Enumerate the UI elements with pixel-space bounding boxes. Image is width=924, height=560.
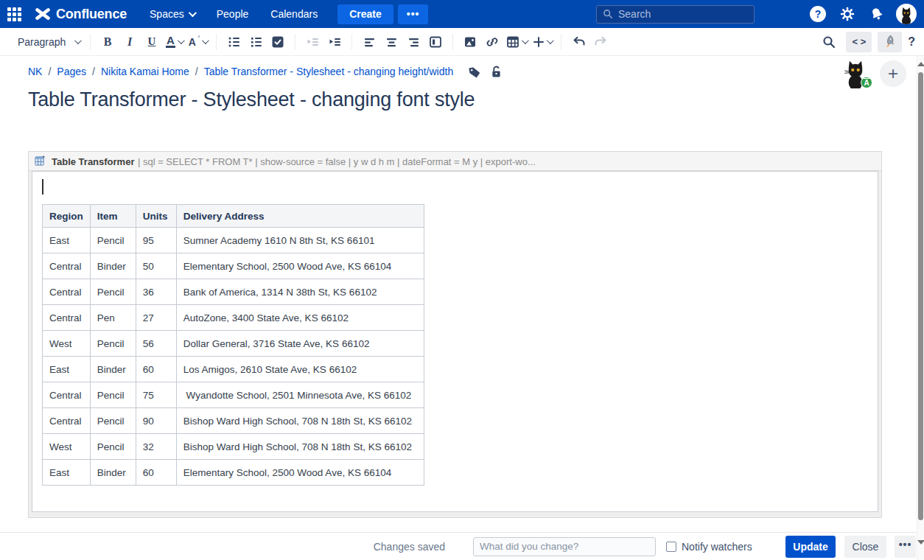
table-cell[interactable]: Wyandotte School, 2501 Minnesota Ave, KS…: [176, 382, 424, 408]
italic-button[interactable]: I: [119, 31, 141, 53]
table-cell[interactable]: 56: [136, 331, 176, 357]
table-cell[interactable]: Central: [43, 382, 91, 408]
nav-calendars[interactable]: Calendars: [261, 0, 327, 28]
insert-more-button[interactable]: [530, 31, 555, 53]
page-layout-button[interactable]: [424, 31, 447, 53]
insert-table-button[interactable]: [503, 31, 530, 53]
macro-header[interactable]: Table Transformer | sql = SELECT * FROM …: [29, 152, 881, 171]
table-cell[interactable]: Sumner Academy 1610 N 8th St, KS 66101: [176, 228, 424, 253]
table-cell[interactable]: 27: [136, 305, 176, 331]
table-cell[interactable]: Bishop Ward High School, 708 N 18th St, …: [176, 408, 424, 434]
table-cell[interactable]: Pencil: [90, 331, 136, 357]
table-cell[interactable]: Dollar General, 3716 State Ave, KS 66102: [176, 331, 424, 357]
table-header-cell[interactable]: Region: [43, 205, 91, 228]
update-button[interactable]: Update: [785, 536, 836, 558]
labels-tag-icon[interactable]: [468, 66, 480, 78]
page-contributor-avatar[interactable]: A: [841, 59, 869, 88]
outdent-button[interactable]: [301, 31, 323, 53]
table-cell[interactable]: AutoZone, 3400 State Ave, KS 66102: [176, 305, 424, 331]
indent-button[interactable]: [323, 31, 346, 53]
bold-button[interactable]: B: [97, 31, 119, 53]
table-cell[interactable]: Elementary School, 2500 Wood Ave, KS 661…: [176, 460, 424, 486]
app-switcher-icon[interactable]: [0, 0, 28, 28]
align-right-button[interactable]: [402, 31, 424, 53]
breadcrumb-pages[interactable]: Pages: [57, 66, 86, 77]
table-cell[interactable]: Binder: [90, 253, 136, 279]
table-cell[interactable]: Binder: [90, 357, 136, 382]
nav-people[interactable]: People: [207, 0, 259, 28]
table-cell[interactable]: East: [43, 460, 91, 486]
table-cell[interactable]: Pencil: [90, 434, 136, 460]
insert-link-button[interactable]: [481, 31, 503, 53]
text-color-button[interactable]: A: [163, 31, 186, 53]
table-cell[interactable]: West: [43, 434, 91, 460]
table-header-cell[interactable]: Delivery Address: [176, 205, 424, 228]
table-cell[interactable]: Elementary School, 2500 Wood Ave, KS 661…: [176, 253, 424, 279]
find-replace-button[interactable]: [818, 31, 840, 53]
table-cell[interactable]: Pencil: [90, 408, 136, 434]
paragraph-style-dropdown[interactable]: Paragraph: [13, 31, 84, 53]
insert-image-button[interactable]: [459, 31, 481, 53]
table-cell[interactable]: West: [43, 331, 91, 357]
table-cell[interactable]: Bank of America, 1314 N 38th St, KS 6610…: [176, 279, 424, 305]
table-cell[interactable]: 50: [136, 253, 176, 279]
editor-rocket-button[interactable]: [878, 32, 902, 52]
bullet-list-button[interactable]: [223, 31, 245, 53]
scrollbar-thumb[interactable]: [918, 72, 923, 520]
macro-body[interactable]: RegionItemUnitsDelivery Address EastPenc…: [32, 171, 878, 512]
close-button[interactable]: Close: [844, 536, 886, 558]
table-cell[interactable]: 36: [136, 279, 176, 305]
table-cell[interactable]: Los Amigos, 2610 State Ave, KS 66102: [176, 357, 424, 382]
numbered-list-button[interactable]: [245, 31, 267, 53]
underline-button[interactable]: U: [141, 31, 163, 53]
table-cell[interactable]: Central: [43, 408, 91, 434]
version-comment-input[interactable]: [473, 537, 656, 556]
task-list-button[interactable]: [267, 31, 289, 53]
page-title[interactable]: Table Transformer - Stylesheet - changin…: [28, 88, 475, 111]
confluence-logo[interactable]: Confluence: [31, 7, 137, 22]
nav-spaces[interactable]: Spaces: [140, 0, 204, 28]
table-cell[interactable]: East: [43, 357, 91, 382]
notify-watchers-checkbox[interactable]: [666, 542, 676, 552]
search-box[interactable]: [596, 5, 755, 24]
table-cell[interactable]: 75: [136, 382, 176, 408]
breadcrumb-home[interactable]: Nikita Kamai Home: [101, 66, 189, 77]
table-cell[interactable]: Pen: [90, 305, 136, 331]
help-icon[interactable]: ?: [806, 2, 830, 26]
table-header-cell[interactable]: Item: [90, 205, 136, 228]
undo-button[interactable]: [567, 31, 589, 53]
source-editor-button[interactable]: < >: [846, 32, 872, 52]
table-cell[interactable]: Central: [43, 253, 91, 279]
align-left-button[interactable]: [358, 31, 380, 53]
navbar-more-button[interactable]: •••: [398, 4, 429, 24]
scroll-down-arrow-icon[interactable]: [917, 540, 924, 545]
table-cell[interactable]: Central: [43, 279, 91, 305]
create-button[interactable]: Create: [337, 4, 393, 24]
redo-button[interactable]: [589, 31, 612, 53]
unlock-icon[interactable]: [491, 65, 502, 78]
scroll-up-arrow-icon[interactable]: [917, 62, 924, 66]
table-transformer-macro[interactable]: Table Transformer | sql = SELECT * FROM …: [28, 151, 882, 518]
search-input[interactable]: [618, 8, 736, 20]
user-avatar[interactable]: [895, 2, 918, 26]
table-cell[interactable]: East: [43, 228, 91, 253]
table-header-cell[interactable]: Units: [136, 205, 176, 228]
table-cell[interactable]: Pencil: [90, 228, 136, 253]
table-cell[interactable]: 90: [136, 408, 176, 434]
vertical-scrollbar[interactable]: [917, 56, 924, 560]
editor-help-button[interactable]: ?: [908, 35, 915, 49]
table-cell[interactable]: 60: [136, 460, 176, 486]
more-formatting-button[interactable]: A°: [186, 31, 210, 53]
table-cell[interactable]: 95: [136, 228, 176, 253]
add-page-button[interactable]: +: [880, 60, 906, 87]
notifications-bell-icon[interactable]: [865, 2, 889, 26]
table-cell[interactable]: Bishop Ward High School, 708 N 18th St, …: [176, 434, 424, 460]
breadcrumb-space[interactable]: NK: [28, 66, 42, 77]
table-cell[interactable]: Pencil: [90, 279, 136, 305]
table-cell[interactable]: Pencil: [90, 382, 136, 408]
breadcrumb-parent-page[interactable]: Table Transformer - Stylesheet - changin…: [204, 66, 454, 77]
footer-more-button[interactable]: •••: [895, 536, 916, 558]
notify-watchers-label[interactable]: Notify watchers: [682, 541, 752, 553]
align-center-button[interactable]: [380, 31, 402, 53]
table-cell[interactable]: 60: [136, 357, 176, 382]
